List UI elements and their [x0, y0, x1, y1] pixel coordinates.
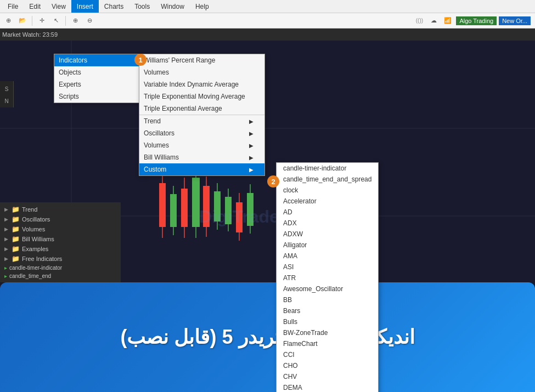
custom-item[interactable]: candle-timer-indicator [277, 163, 378, 174]
custom-item[interactable]: AD [277, 207, 378, 218]
tree-label: candle_time_end [9, 273, 51, 279]
tree-label: Volumes [22, 226, 45, 232]
toolbar-signal[interactable]: 📶 [442, 15, 454, 27]
custom-item[interactable]: BB [277, 294, 378, 305]
ind-tema[interactable]: Triple Exponential Moving Average [139, 90, 264, 103]
ind-bill-williams[interactable]: Bill Williams ▶ [139, 151, 264, 163]
algo-trading-btn[interactable]: Algo Trading [456, 16, 497, 25]
toolbar-zoom-in[interactable]: ⊕ [69, 15, 81, 27]
expand-icon: ▶ [4, 256, 8, 262]
menu-insert[interactable]: Insert [71, 0, 99, 13]
submenu-arrow: ▶ [249, 167, 254, 173]
toolbar-cloud[interactable]: ☁ [427, 15, 440, 27]
folder-icon: 📁 [12, 225, 20, 233]
menu-help[interactable]: Help [190, 0, 215, 13]
custom-item[interactable]: Alligator [277, 240, 378, 251]
menu-edit[interactable]: Edit [24, 0, 46, 13]
expand-icon: ▶ [4, 217, 8, 222]
custom-item[interactable]: CHV [277, 371, 378, 382]
custom-item[interactable]: Bears [277, 305, 378, 316]
submenu-arrow: ▶ [249, 143, 254, 149]
folder-icon: 📁 [12, 255, 20, 263]
tree-item-candle-time[interactable]: ▸ candle_time_end [0, 272, 121, 280]
ind-trix[interactable]: Triple Exponential Average [139, 103, 264, 115]
folder-icon: 📁 [12, 235, 20, 243]
folder-icon: 📁 [12, 245, 20, 253]
navigator-tree: ▶ 📁 Trend ▶ 📁 Oscillators ▶ 📁 Volumes ▶ … [0, 202, 121, 282]
tree-label: Oscillators [22, 216, 50, 223]
toolbar-sep2 [65, 16, 66, 26]
menu-tools[interactable]: Tools [129, 0, 155, 13]
tree-label: Trend [22, 206, 37, 213]
custom-item[interactable]: ADXW [277, 229, 378, 240]
expand-icon: ▶ [4, 207, 8, 212]
custom-item[interactable]: Accelerator [277, 196, 378, 207]
ind-vida[interactable]: Variable Index Dynamic Average [139, 78, 264, 90]
market-watch-label: Market Watch: 23:59 [2, 31, 58, 38]
ind-volumes2[interactable]: Volumes ▶ [139, 139, 264, 151]
tree-item-oscillators[interactable]: ▶ 📁 Oscillators [0, 214, 121, 224]
tree-item-candle-timer[interactable]: ▸ candle-timer-indicator [0, 264, 121, 272]
tree-label: Bill Williams [22, 236, 54, 242]
custom-item[interactable]: CHO [277, 360, 378, 371]
tree-item-bill-williams[interactable]: ▶ 📁 Bill Williams [0, 234, 121, 244]
menu-window[interactable]: Window [155, 0, 190, 13]
expand-icon: ▶ [4, 236, 8, 242]
ind-volumes[interactable]: Volumes [139, 66, 264, 78]
ind-oscillators[interactable]: Oscillators ▶ [139, 127, 264, 139]
custom-item[interactable]: Awesome_Oscillator [277, 283, 378, 294]
nav-icon-2[interactable]: N [1, 95, 12, 106]
tree-item-free-indicators[interactable]: ▶ 📁 Free Indicators [0, 254, 121, 264]
file-icon: ▸ [4, 265, 7, 271]
tree-item-examples[interactable]: ▶ 📁 Examples [0, 244, 121, 254]
toolbar-radio[interactable]: (()) [413, 15, 425, 27]
nav-icon-1[interactable]: S [1, 83, 12, 94]
custom-item[interactable]: clock [277, 185, 378, 196]
toolbar-arrow[interactable]: ↖ [50, 15, 62, 27]
custom-item[interactable]: ADX [277, 218, 378, 229]
custom-item[interactable]: ASI [277, 262, 378, 272]
tree-label: candle-timer-indicator [9, 265, 62, 271]
tree-label: Free Indicators [22, 255, 62, 262]
badge-2: 2 [267, 175, 279, 188]
menu-charts[interactable]: Charts [99, 0, 129, 13]
tree-label: Examples [22, 246, 48, 252]
tree-item-volumes[interactable]: ▶ 📁 Volumes [0, 224, 121, 234]
bottom-banner: اندیکاتور های متاتریدر 5 (قابل نصب) [0, 282, 535, 392]
menu-view[interactable]: View [46, 0, 71, 13]
custom-item[interactable]: Bulls [277, 316, 378, 327]
custom-item[interactable]: BW-ZoneTrade [277, 327, 378, 338]
submenu-arrow: ▶ [249, 118, 254, 124]
menu-file[interactable]: File [2, 0, 24, 13]
toolbar-cross[interactable]: ✛ [36, 15, 48, 27]
file-icon: ▸ [4, 273, 7, 279]
submenu-arrow: ▶ [249, 130, 254, 137]
custom-item[interactable]: FlameChart [277, 338, 378, 349]
toolbar-sep1 [32, 16, 32, 26]
market-watch-bar: Market Watch: 23:59 [0, 29, 535, 41]
nav-panel: S N [0, 81, 14, 107]
folder-icon: 📁 [12, 215, 20, 223]
toolbar-new[interactable]: ⊕ [2, 15, 14, 27]
custom-item[interactable]: DEMA [277, 382, 378, 392]
folder-icon: 📁 [12, 206, 20, 213]
custom-item[interactable]: CCI [277, 349, 378, 360]
custom-submenu: candle-timer-indicator candle_time_end_a… [276, 162, 379, 392]
tree-item-trend[interactable]: ▶ 📁 Trend [0, 204, 121, 214]
custom-item[interactable]: AMA [277, 251, 378, 262]
ind-trend[interactable]: Trend ▶ [139, 115, 264, 127]
toolbar: ⊕ 📂 ✛ ↖ ⊕ ⊖ (()) ☁ 📶 Algo Trading New Or… [0, 13, 535, 29]
new-order-btn[interactable]: New Or... [499, 16, 531, 25]
ind-custom[interactable]: Custom ▶ [139, 163, 264, 175]
ind-williams[interactable]: Williams' Percent Range [139, 54, 264, 66]
menu-bar: File Edit View Insert Charts Tools Windo… [0, 0, 535, 13]
expand-icon: ▶ [4, 226, 8, 232]
custom-item[interactable]: candle_time_end_and_spread [277, 174, 378, 185]
expand-icon: ▶ [4, 246, 8, 252]
custom-item[interactable]: ATR [277, 272, 378, 283]
submenu-arrow: ▶ [249, 155, 254, 161]
indicators-submenu: Williams' Percent Range Volumes Variable… [139, 54, 265, 176]
badge-1: 1 [134, 54, 147, 66]
toolbar-open[interactable]: 📂 [16, 15, 29, 27]
toolbar-zoom-out[interactable]: ⊖ [83, 15, 95, 27]
